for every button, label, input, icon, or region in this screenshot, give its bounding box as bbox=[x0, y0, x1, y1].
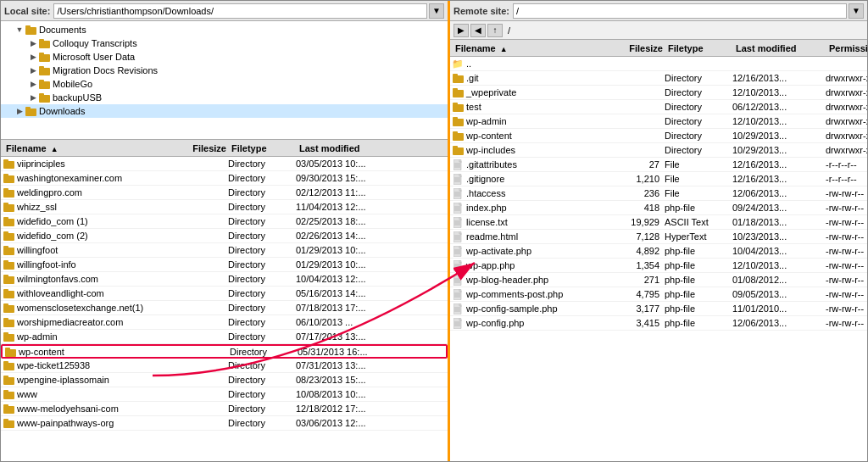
table-row[interactable]: wp-admin Directory 12/10/2013... drwxrwx… bbox=[450, 114, 867, 129]
nav-up-btn[interactable]: ↑ bbox=[487, 24, 503, 37]
svg-rect-1 bbox=[25, 25, 31, 28]
table-row[interactable]: wp-app.php 1,354 php-file 12/10/2013... … bbox=[450, 259, 867, 273]
remote-site-input[interactable] bbox=[513, 3, 847, 19]
table-row[interactable]: wpe-ticket125938 Directory 07/31/2013 13… bbox=[1, 359, 448, 373]
file-date-cell: 03/05/2013 10:... bbox=[296, 159, 389, 169]
table-row[interactable]: wp-content Directory 10/29/2013... drwxr… bbox=[450, 129, 867, 143]
file-name-cell: willingfoot-info bbox=[3, 259, 169, 270]
table-row[interactable]: www Directory 10/08/2013 10:... bbox=[1, 387, 448, 402]
tree-item[interactable]: ▶ Microsoft User Data bbox=[1, 50, 448, 64]
svg-rect-37 bbox=[3, 318, 8, 320]
svg-rect-25 bbox=[3, 231, 8, 234]
tree-item[interactable]: ▶ backupUSB bbox=[1, 91, 448, 104]
table-row[interactable]: .gitignore 1,210 File 12/16/2013... -r--… bbox=[450, 172, 867, 186]
nav-back-btn[interactable]: ◀ bbox=[470, 24, 486, 37]
tree-expand-arrow[interactable]: ▶ bbox=[28, 39, 38, 47]
table-row[interactable]: wp-comments-post.php 4,795 php-file 09/0… bbox=[450, 287, 867, 302]
file-name-cell: wpengine-iplassomain bbox=[3, 374, 169, 386]
left-col-headers: Filename ▲ Filesize Filetype Last modifi… bbox=[1, 140, 448, 157]
file-name: readme.html bbox=[466, 231, 518, 242]
tree-item[interactable]: ▼ Documents bbox=[1, 23, 448, 36]
table-row[interactable]: wp-content Directory 05/31/2013 16:... bbox=[1, 344, 448, 359]
local-site-label: Local site: bbox=[4, 6, 50, 16]
table-row[interactable]: widefido_com (2) Directory 02/26/2013 14… bbox=[1, 229, 448, 243]
table-row[interactable]: wp-config-sample.php 3,177 php-file 11/0… bbox=[450, 302, 867, 316]
svg-rect-57 bbox=[453, 103, 458, 105]
table-row[interactable]: willingfoot-info Directory 01/29/2013 10… bbox=[1, 258, 448, 272]
folder-icon bbox=[3, 158, 14, 170]
file-date-cell: 08/23/2013 15:... bbox=[296, 375, 389, 385]
table-row[interactable]: wp-activate.php 4,892 php-file 10/04/201… bbox=[450, 244, 867, 259]
svg-rect-42 bbox=[3, 363, 14, 370]
nav-forward-btn[interactable]: ▶ bbox=[453, 24, 469, 37]
table-row[interactable]: viiprinciples Directory 03/05/2013 10:..… bbox=[1, 157, 448, 171]
file-icon bbox=[452, 202, 464, 214]
table-row[interactable]: www-melodyehsani-com Directory 12/18/201… bbox=[1, 402, 448, 416]
folder-icon bbox=[452, 130, 464, 142]
table-row[interactable]: .git Directory 12/16/2013... drwxrwxr-x bbox=[450, 71, 867, 86]
file-date-cell: 01/29/2013 10:... bbox=[296, 259, 389, 270]
tree-expand-arrow[interactable]: ▶ bbox=[14, 107, 25, 115]
file-name: wilmingtonfavs.com bbox=[17, 274, 98, 284]
svg-rect-13 bbox=[25, 107, 31, 109]
svg-rect-10 bbox=[39, 95, 50, 103]
folder-icon bbox=[38, 92, 50, 103]
local-site-input[interactable] bbox=[53, 3, 427, 19]
file-type-cell: Directory bbox=[228, 317, 296, 327]
file-name: .gitignore bbox=[466, 174, 504, 184]
table-row[interactable]: wilmingtonfavs.com Directory 10/04/2013 … bbox=[1, 272, 448, 287]
table-row[interactable]: willingfoot Directory 01/29/2013 10:... bbox=[1, 243, 448, 258]
file-name-cell: .htaccess bbox=[452, 187, 605, 199]
file-name-cell: withloveandlight-com bbox=[3, 287, 169, 299]
col-r-header-permissions: Permissions bbox=[829, 43, 867, 53]
folder-icon bbox=[38, 51, 50, 63]
table-row[interactable]: washingtonexaminer.com Directory 09/30/2… bbox=[1, 171, 448, 186]
file-icon bbox=[452, 303, 464, 314]
folder-icon bbox=[3, 302, 14, 314]
table-row[interactable]: whizz_ssl Directory 11/04/2013 12:... bbox=[1, 200, 448, 214]
tree-expand-arrow[interactable]: ▼ bbox=[14, 25, 25, 34]
table-row[interactable]: wp-includes Directory 10/29/2013... drwx… bbox=[450, 143, 867, 158]
table-row[interactable]: wp-admin Directory 07/17/2013 13:... bbox=[1, 330, 448, 344]
table-row[interactable]: index.php 418 php-file 09/24/2013... -rw… bbox=[450, 201, 867, 215]
table-row[interactable]: .gitattributes 27 File 12/16/2013... -r-… bbox=[450, 158, 867, 172]
table-row[interactable]: www-painpathways-org Directory 03/06/201… bbox=[1, 416, 448, 431]
svg-rect-56 bbox=[453, 104, 464, 112]
svg-rect-64 bbox=[453, 159, 461, 170]
file-type-cell: Directory bbox=[228, 331, 296, 342]
file-name: license.txt bbox=[466, 217, 508, 227]
table-row[interactable]: .htaccess 236 File 12/06/2013... -rw-rw-… bbox=[450, 186, 867, 201]
file-name: wp-blog-header.php bbox=[466, 275, 548, 285]
table-row[interactable]: test Directory 06/12/2013... drwxrwxr-x bbox=[450, 100, 867, 114]
table-row[interactable]: withloveandlight-com Directory 05/16/201… bbox=[1, 287, 448, 301]
svg-rect-52 bbox=[453, 75, 464, 83]
tree-expand-arrow[interactable]: ▶ bbox=[28, 80, 38, 88]
table-row[interactable]: wpengine-iplassomain Directory 08/23/201… bbox=[1, 373, 448, 387]
svg-rect-54 bbox=[453, 90, 464, 97]
tree-item[interactable]: ▶ MobileGo bbox=[1, 77, 448, 91]
tree-item[interactable]: ▶ Colloquy Transcripts bbox=[1, 36, 448, 50]
tree-item[interactable]: ▶ Migration Docs Revisions bbox=[1, 64, 448, 77]
file-perms-cell: drwxrwxr-x bbox=[826, 145, 867, 155]
file-name-cell: .gitattributes bbox=[452, 159, 605, 170]
table-row[interactable]: widefido_com (1) Directory 02/25/2013 18… bbox=[1, 214, 448, 229]
table-row[interactable]: license.txt 19,929 ASCII Text 01/18/2013… bbox=[450, 215, 867, 230]
remote-nav-path: / bbox=[508, 25, 510, 36]
table-row[interactable]: 📁 .. bbox=[450, 57, 867, 71]
table-row[interactable]: _wpeprivate Directory 12/10/2013... drwx… bbox=[450, 86, 867, 100]
table-row[interactable]: wp-blog-header.php 271 php-file 01/08/20… bbox=[450, 273, 867, 287]
table-row[interactable]: womensclosetexchange.net(1) Directory 07… bbox=[1, 301, 448, 315]
table-row[interactable]: wp-config.php 3,415 php-file 12/06/2013.… bbox=[450, 316, 867, 331]
remote-site-dropdown-btn[interactable]: ▼ bbox=[849, 3, 864, 19]
local-site-dropdown-btn[interactable]: ▼ bbox=[429, 3, 444, 19]
tree-item[interactable]: ▶ Downloads bbox=[1, 104, 448, 118]
table-row[interactable]: readme.html 7,128 HyperText 10/23/2013..… bbox=[450, 230, 867, 244]
remote-nav-bar: ▶ ◀ ↑ / bbox=[450, 21, 867, 40]
table-row[interactable]: worshipmediacreator.com Directory 06/10/… bbox=[1, 315, 448, 330]
file-date-cell: 02/25/2013 18:... bbox=[296, 216, 389, 226]
table-row[interactable]: weldingpro.com Directory 02/12/2013 11:.… bbox=[1, 186, 448, 200]
tree-expand-arrow[interactable]: ▶ bbox=[28, 53, 38, 61]
tree-expand-arrow[interactable]: ▶ bbox=[28, 93, 38, 102]
tree-expand-arrow[interactable]: ▶ bbox=[28, 66, 38, 75]
svg-rect-31 bbox=[3, 275, 8, 277]
